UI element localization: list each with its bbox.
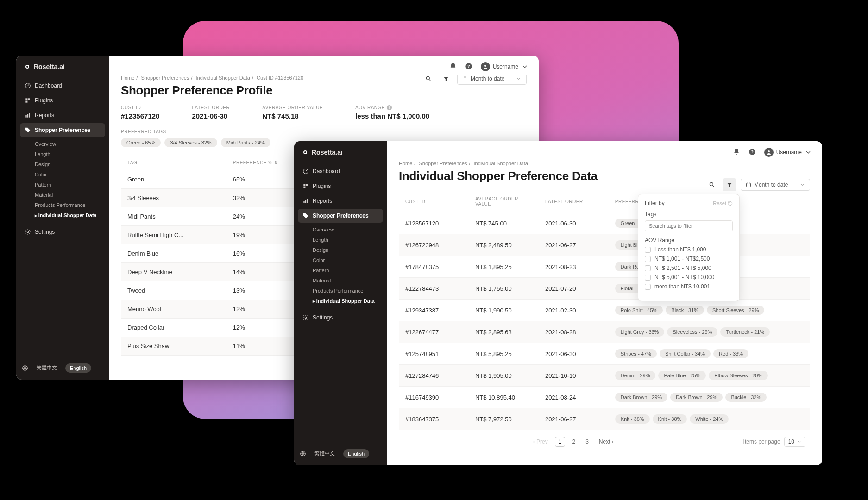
date-range-picker[interactable]: Month to date: [457, 75, 527, 85]
help-icon[interactable]: ?: [748, 148, 756, 157]
subnav-overview[interactable]: Overview: [308, 225, 383, 235]
help-icon[interactable]: ?: [465, 62, 472, 71]
lang-zh[interactable]: 繁體中文: [32, 362, 62, 373]
tag-chip[interactable]: Black - 31%: [666, 306, 704, 315]
table-row[interactable]: #122674477NT$ 2,895.682021-08-28Light Gr…: [399, 321, 810, 343]
crumb[interactable]: Shopper Preferences: [141, 75, 189, 81]
crumb[interactable]: Home: [399, 161, 412, 166]
info-icon[interactable]: i: [387, 105, 392, 110]
nav-dashboard[interactable]: Dashboard: [298, 164, 383, 178]
subnav-overview[interactable]: Overview: [30, 139, 105, 149]
tag-chip[interactable]: Elbow Sleeves - 20%: [709, 371, 768, 380]
filter-button[interactable]: [723, 178, 736, 191]
tag-chip[interactable]: 3/4 Sleeves - 32%: [164, 138, 217, 147]
nav-plugins[interactable]: Plugins: [20, 94, 105, 107]
aov-option[interactable]: NT$ 2,501 - NT$ 5,000: [645, 265, 733, 271]
tag-chip[interactable]: Shirt Collar - 34%: [660, 349, 711, 358]
page-2[interactable]: 2: [569, 437, 579, 446]
subnav-material[interactable]: Material: [308, 275, 383, 286]
tag-chip[interactable]: Pale Blue - 25%: [658, 371, 706, 380]
tag-chip[interactable]: Dark Brown - 29%: [615, 393, 667, 402]
tag-chip[interactable]: White - 24%: [690, 414, 729, 424]
lang-en[interactable]: English: [343, 449, 369, 458]
subnav-material[interactable]: Material: [30, 190, 105, 200]
subnav-design[interactable]: Design: [308, 245, 383, 255]
crumb[interactable]: Home: [121, 75, 134, 81]
crumb[interactable]: Individual Shopper Data: [196, 75, 250, 81]
ipp-select[interactable]: 10: [784, 437, 805, 447]
tag-chip[interactable]: Short Sleeves - 29%: [707, 306, 764, 315]
subnav-pattern[interactable]: Pattern: [30, 180, 105, 190]
bell-icon[interactable]: [733, 148, 740, 157]
table-row[interactable]: #125748951NT$ 5,895.252021-06-30Stripes …: [399, 343, 810, 365]
table-row[interactable]: #129347387NT$ 1,990.502021-02-30Polo Shi…: [399, 300, 810, 321]
search-button[interactable]: [422, 75, 435, 85]
prev-button[interactable]: ‹ Prev: [530, 437, 551, 446]
subnav-length[interactable]: Length: [30, 149, 105, 159]
subnav-individual-shopper-data[interactable]: Individual Shopper Data: [30, 210, 105, 220]
col-cust-id[interactable]: CUST ID: [399, 191, 469, 212]
tag-chip[interactable]: Knit - 38%: [653, 414, 687, 424]
user-menu[interactable]: Username: [481, 62, 528, 71]
tags-search-input[interactable]: [645, 220, 733, 231]
page-3[interactable]: 3: [582, 437, 592, 446]
subnav-pattern[interactable]: Pattern: [308, 265, 383, 275]
metrics: CUST ID #123567120 LATEST ORDER 2021-06-…: [121, 105, 527, 120]
subnav-products-performance[interactable]: Products Performance: [308, 286, 383, 296]
col-tag[interactable]: TAG: [121, 156, 226, 170]
page-1[interactable]: 1: [555, 437, 566, 447]
subnav-individual-shopper-data[interactable]: Individual Shopper Data: [308, 296, 383, 306]
subnav-design[interactable]: Design: [30, 159, 105, 169]
table-row[interactable]: #123567120NT$ 745.002021-06-30Green - 65…: [399, 212, 810, 234]
subnav-color[interactable]: Color: [308, 255, 383, 265]
user-menu[interactable]: Username: [764, 148, 812, 157]
table-row[interactable]: #183647375NT$ 7,972.502021-06-27Knit - 3…: [399, 408, 810, 430]
nav-plugins[interactable]: Plugins: [298, 179, 383, 193]
cell-cust-id: #122784473: [399, 278, 469, 300]
subnav-length[interactable]: Length: [308, 235, 383, 245]
aov-option[interactable]: NT$ 5,001 - NT$ 10,000: [645, 274, 733, 281]
lang-en[interactable]: English: [65, 363, 91, 373]
cell-cust-id: #116749390: [399, 387, 469, 408]
search-button[interactable]: [705, 178, 718, 191]
tag-chip[interactable]: Sleeveless - 29%: [667, 327, 717, 337]
nav-settings[interactable]: Settings: [298, 311, 383, 325]
col-aov[interactable]: AVERAGE ORDER VALUE: [469, 191, 539, 212]
nav-shopper-preferences[interactable]: Shopper Preferences: [20, 123, 105, 137]
tag-chip[interactable]: Midi Pants - 24%: [221, 138, 270, 147]
bell-icon[interactable]: [449, 62, 457, 71]
filter-button[interactable]: [440, 75, 453, 85]
table-row[interactable]: #178478375NT$ 1,895.252021-08-23Dark Red…: [399, 256, 810, 278]
table-row[interactable]: #122784473NT$ 1,755.002021-07-20Floral -…: [399, 278, 810, 300]
lang-zh[interactable]: 繁體中文: [310, 448, 340, 459]
aov-option[interactable]: more than NT$ 10,001: [645, 283, 733, 290]
tag-chip[interactable]: Polo Shirt - 45%: [615, 306, 663, 315]
col-latest[interactable]: LATEST ORDER: [539, 191, 609, 212]
tag-chip[interactable]: Stripes - 47%: [615, 349, 657, 358]
nav-settings[interactable]: Settings: [20, 225, 105, 239]
tag-chip[interactable]: Buckle - 32%: [725, 393, 767, 402]
aov-option[interactable]: Less than NT$ 1,000: [645, 246, 733, 253]
nav-shopper-preferences[interactable]: Shopper Preferences: [298, 209, 383, 223]
subnav-products-performance[interactable]: Products Performance: [30, 200, 105, 210]
table-row[interactable]: #126723948NT$ 2,489.502021-06-27Light Bl…: [399, 234, 810, 256]
tag-chip[interactable]: Green - 65%: [121, 138, 161, 147]
tag-chip[interactable]: Red - 33%: [713, 349, 748, 358]
nav-reports[interactable]: Reports: [20, 108, 105, 122]
cell-aov: NT$ 2,489.50: [469, 234, 539, 256]
crumb[interactable]: Shopper Preferences: [419, 161, 467, 166]
next-button[interactable]: Next ›: [596, 437, 617, 446]
tag-chip[interactable]: Knit - 38%: [615, 414, 650, 424]
table-row[interactable]: #116749390NT$ 10,895.402021-08-24Dark Br…: [399, 387, 810, 408]
subnav-color[interactable]: Color: [30, 169, 105, 180]
tag-chip[interactable]: Turtleneck - 21%: [720, 327, 770, 337]
nav-reports[interactable]: Reports: [298, 194, 383, 208]
tag-chip[interactable]: Denim - 29%: [615, 371, 656, 380]
date-range-picker[interactable]: Month to date: [741, 179, 810, 191]
tag-chip[interactable]: Dark Brown - 29%: [670, 393, 723, 402]
reset-button[interactable]: Reset: [713, 200, 733, 206]
tag-chip[interactable]: Light Grey - 36%: [615, 327, 665, 337]
table-row[interactable]: #127284746NT$ 1,905.002021-10-10Denim - …: [399, 365, 810, 387]
aov-option[interactable]: NT$ 1,001 - NT$2,500: [645, 256, 733, 262]
nav-dashboard[interactable]: Dashboard: [20, 79, 105, 93]
